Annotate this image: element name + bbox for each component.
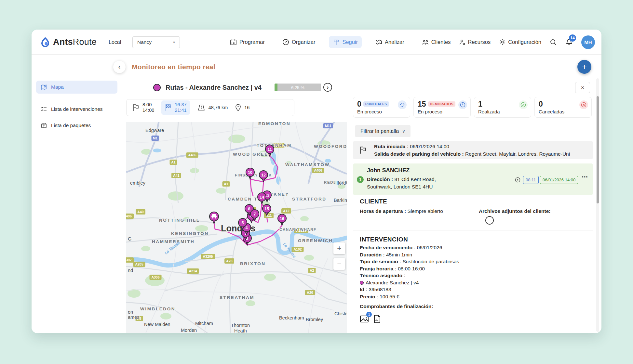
planned-time-chip[interactable]: 08:11 (523, 176, 539, 184)
avatar[interactable]: MH (581, 35, 595, 49)
map-marker-16[interactable]: 16 (278, 214, 286, 225)
road-badge-A406: A406 (312, 168, 324, 173)
sidebar-item-mapa[interactable]: Mapa (36, 81, 117, 94)
route-end-time[interactable]: 16:3721:41 (161, 100, 190, 115)
distance-value: 48,76 km (209, 105, 228, 110)
close-icon: × (581, 84, 584, 91)
technician-name: Alexandre Sanchez | v4 (366, 280, 419, 285)
actual-time-chip[interactable]: 06/01/2026 14:00 (540, 176, 578, 184)
sidebar-item-lista-intervenciones[interactable]: Lista de intervenciones (36, 103, 117, 116)
map-label-chislehurst: Chislehurst (334, 311, 347, 316)
svg-text:5: 5 (242, 221, 244, 225)
proof-signature-button[interactable] (373, 315, 381, 325)
svg-text:A205: A205 (135, 262, 143, 266)
route-stops: 16 (235, 104, 249, 111)
actual-time-value: 06/01/2026 14:00 (543, 177, 575, 182)
chevron-down-icon: ▾ (173, 40, 175, 45)
back-button[interactable]: ‹ (113, 61, 126, 73)
route-start-label: Ruta iniciada : (374, 144, 409, 149)
zoom-out-button[interactable]: − (333, 258, 345, 270)
route-distance: 48,76 km (197, 104, 228, 111)
site-select[interactable]: Nancy ▾ (132, 36, 180, 48)
route-start-info: Ruta iniciada : 06/01/2026 14:00 Salida … (353, 141, 593, 159)
nav-item-configuracion[interactable]: Configuración (499, 39, 541, 46)
route-start-time: 8:0014:00 (132, 102, 154, 113)
notifications-button[interactable]: 14 (565, 38, 573, 46)
nav-item-label: Recursos (468, 39, 491, 45)
app-window: AntsRoute Local Nancy ▾ Programar (32, 30, 601, 333)
row-label: Tipo de servicio : (360, 259, 401, 264)
road-badge-A41: A41 (171, 173, 181, 178)
proof-count-badge: 1 (366, 312, 372, 317)
spinner-icon (398, 100, 407, 109)
map-label-barking: Barking (334, 198, 347, 203)
svg-text:A102: A102 (293, 247, 302, 251)
route-title: Rutas - Alexandre Sanchez | v4 (166, 84, 262, 91)
map-label-greenwich: GREENWICH (298, 238, 333, 243)
proof-photo-button[interactable]: 1 (360, 315, 369, 324)
add-button[interactable]: + (577, 60, 591, 74)
zoom-in-button[interactable]: + (333, 242, 345, 254)
checklist-icon (41, 106, 47, 112)
end-time-old: 16:37 (175, 102, 186, 108)
svg-text:M1: M1 (153, 136, 158, 140)
map-label-notting-hill: NOTTING HILL (159, 218, 200, 223)
chevron-right-icon: › (327, 84, 329, 91)
map-label-streatham: STREATHAM (220, 295, 254, 300)
chevron-down-icon: ∨ (402, 129, 405, 134)
route-next-button[interactable]: › (323, 83, 332, 92)
map-canvas[interactable]: M1M11A406A406A406A1A41A1A40406A10A12A11A… (126, 122, 347, 333)
row-label: Id : (360, 287, 367, 292)
filter-screen-button[interactable]: Filtrar la pantalla ∨ (355, 125, 411, 137)
nav-item-clientes[interactable]: Clientes (422, 39, 451, 46)
stop-menu-button[interactable]: ⋯ (582, 173, 588, 181)
status-label: Canceladas (539, 109, 587, 114)
scrollbar-thumb[interactable] (597, 96, 599, 203)
road-badge-A23: A23 (224, 258, 234, 264)
sidebar-item-lista-paquetes[interactable]: Lista de paquetes (36, 119, 117, 132)
row-value: 08:00-16:00 (398, 266, 425, 271)
map-label-mitcham: Mitcham (195, 321, 213, 326)
map-label-tottenham: TOTTENHAM (257, 143, 292, 148)
route-polyline (250, 179, 263, 182)
right-menu: Clientes Recursos Configuración (422, 30, 595, 55)
nav-item-programar[interactable]: Programar (226, 36, 269, 48)
map-label-ames: ames (128, 315, 139, 320)
route-progress-label: 6.25 % (275, 84, 321, 91)
row-value: 100.55 € (380, 294, 399, 299)
client-section-heading: CLIENTE (360, 198, 387, 205)
nav-item-analizar[interactable]: Analizar (371, 36, 408, 48)
site-select-value: Nancy (137, 39, 152, 45)
signature-doc-icon (373, 315, 381, 323)
svg-text:406: 406 (126, 214, 132, 218)
road-badge-A20: A20 (305, 290, 315, 295)
nav-item-seguir[interactable]: Seguir (329, 36, 362, 48)
map-label-ilford: Ilford (335, 180, 346, 186)
svg-text:12: 12 (261, 173, 266, 177)
close-panel-button[interactable]: × (575, 82, 590, 93)
map-icon (41, 84, 47, 90)
stop-card[interactable]: 1 John SANCHEZ Dirección : 81 Old Kent R… (353, 163, 593, 195)
plus-icon: + (582, 62, 587, 72)
locate-icon[interactable] (515, 177, 521, 184)
intervention-row: Duración : 45min 1min (360, 251, 459, 258)
address-line1: 81 Old Kent Road, (394, 176, 436, 182)
nav-item-organizar[interactable]: Organizar (278, 36, 319, 48)
map-label-heath: Heath (234, 328, 247, 333)
search-button[interactable] (550, 39, 557, 46)
map-marker-10[interactable]: 10 (246, 168, 254, 179)
status-value: 0 (539, 100, 543, 108)
row-value: 39568183 (369, 287, 391, 292)
route-depart-label: Salida desde el parking del vehículo : (374, 151, 464, 157)
map-label-edgware: Edgware (145, 128, 164, 133)
nav-item-label: Programar (239, 39, 265, 45)
nav-item-recursos[interactable]: Recursos (459, 39, 491, 46)
road-badge-A2: A2 (308, 268, 316, 273)
status-badge: PUNTUALES (363, 101, 389, 107)
add-attachment-button[interactable] (485, 216, 494, 225)
route-start-lines: Ruta iniciada : 06/01/2026 14:00 Salida … (374, 143, 570, 158)
status-card-realizada: 1 Realizada (474, 97, 531, 118)
svg-text:M11: M11 (325, 124, 331, 128)
status-card-demorados: 15DEMORADOS En proceso (413, 97, 471, 118)
intervention-row-technician: Alexandre Sanchez | v4 (360, 279, 459, 286)
